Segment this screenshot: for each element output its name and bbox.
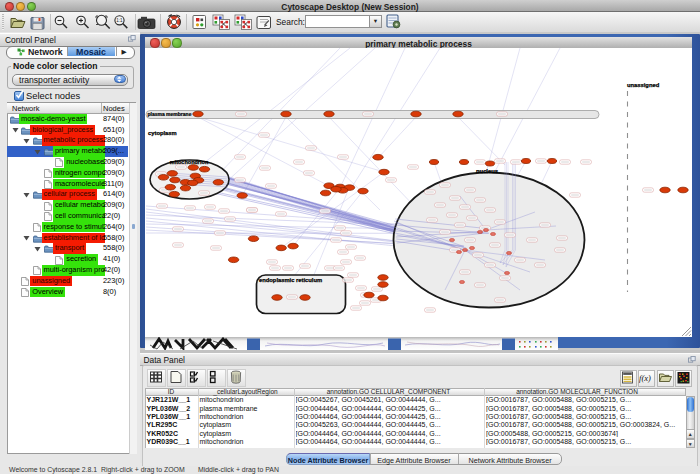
svg-text:plasma membrane: plasma membrane — [148, 111, 192, 117]
svg-text:cytoplasm: cytoplasm — [148, 130, 177, 136]
svg-text:mitochondrion: mitochondrion — [170, 159, 209, 165]
svg-text:f(x): f(x) — [639, 373, 651, 383]
svg-text:1:1: 1:1 — [116, 18, 123, 23]
svg-text:unassigned: unassigned — [627, 82, 660, 88]
svg-text:nucleus: nucleus — [476, 168, 498, 174]
svg-text:endoplasmic reticulum: endoplasmic reticulum — [259, 277, 322, 283]
